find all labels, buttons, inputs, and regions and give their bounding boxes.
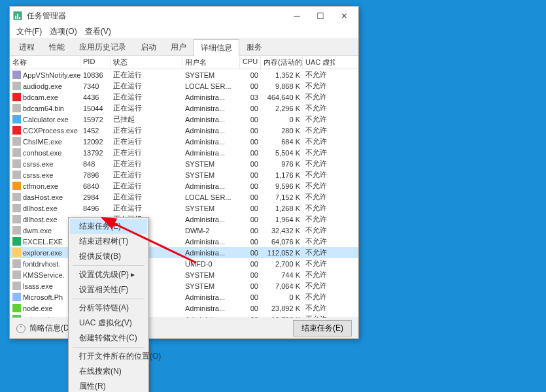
table-row[interactable]: bdcam64.bin15044正在运行Administra...002,296… <box>10 103 358 114</box>
tab[interactable]: 用户 <box>163 39 194 56</box>
table-row[interactable]: EXCEL.EXE8300正在运行Administra...0064,076 K… <box>10 236 358 247</box>
table-row[interactable]: notepad++.eAdministra...0010,728 K不允许 <box>10 314 358 318</box>
col-cpu[interactable]: CPU <box>240 56 261 69</box>
process-user: Administra... <box>182 93 240 101</box>
menu-item[interactable]: 查看(V) <box>81 25 115 39</box>
process-status: 正在运行 <box>111 92 182 102</box>
process-cpu: 03 <box>240 93 261 101</box>
table-row[interactable]: conhost.exe13792正在运行Administra...005,504… <box>10 147 358 158</box>
process-status: 正在运行 <box>111 203 182 213</box>
context-menu-item[interactable]: 属性(R) <box>70 379 147 392</box>
process-name: ctfmon.exe <box>23 182 58 190</box>
process-uac: 不允许 <box>303 214 335 224</box>
process-mem: 23,892 K <box>261 304 303 312</box>
table-row[interactable]: AppVShNotify.exe10836正在运行SYSTEM001,352 K… <box>10 69 358 80</box>
table-row[interactable]: explorer.exeAdministra...00112,052 K不允许 <box>10 247 358 258</box>
table-row[interactable]: CCXProcess.exe1452正在运行Administra...00280… <box>10 125 358 136</box>
process-icon <box>12 193 21 201</box>
table-row[interactable]: fontdrvhost.UMFD-0002,700 K不允许 <box>10 258 358 269</box>
table-row[interactable]: csrss.exe848正在运行SYSTEM00976 K不允许 <box>10 158 358 169</box>
process-uac: 不允许 <box>303 259 335 269</box>
table-row[interactable]: Microsoft.PhAdministra...000 K不允许 <box>10 291 358 302</box>
process-uac: 不允许 <box>303 125 335 135</box>
process-mem: 1,352 K <box>261 71 303 79</box>
table-row[interactable]: audiodg.exe7340正在运行LOCAL SER...009,868 K… <box>10 80 358 91</box>
context-menu-item[interactable]: 创建转储文件(C) <box>70 331 147 346</box>
table-row[interactable]: lsass.exeSYSTEM007,064 K不允许 <box>10 280 358 291</box>
process-status: 正在运行 <box>111 170 182 180</box>
process-status: 正在运行 <box>111 103 182 113</box>
maximize-button[interactable]: ☐ <box>309 8 332 24</box>
process-mem: 7,152 K <box>261 193 303 201</box>
table-row[interactable]: ChsIME.exe12092正在运行Administra...00684 K不… <box>10 136 358 147</box>
process-name: notepad++.e <box>23 316 63 318</box>
col-status[interactable]: 状态 <box>111 56 182 69</box>
process-mem: 10,728 K <box>261 316 303 318</box>
titlebar[interactable]: 任务管理器 ─ ☐ ✕ <box>10 7 358 25</box>
process-mem: 0 K <box>261 293 303 301</box>
tab[interactable]: 启动 <box>133 39 163 56</box>
menu-item[interactable]: 选项(O) <box>46 25 80 39</box>
context-menu-item[interactable]: 结束任务(E) <box>70 219 147 234</box>
context-menu-item[interactable]: 设置相关性(F) <box>70 282 147 297</box>
context-menu-item[interactable]: UAC 虚拟化(V) <box>70 316 147 331</box>
process-user: SYSTEM <box>182 204 240 212</box>
context-menu-item[interactable]: 打开文件所在的位置(O) <box>70 349 147 364</box>
window-title: 任务管理器 <box>27 10 285 22</box>
process-status: 正在运行 <box>111 81 182 91</box>
fewer-details-toggle[interactable]: ˄ 简略信息(D) <box>16 323 72 334</box>
context-menu[interactable]: 结束任务(E)结束进程树(T)提供反馈(B)设置优先级(P) ▸设置相关性(F)… <box>68 217 149 392</box>
col-name[interactable]: 名称 <box>10 56 80 69</box>
process-uac: 不允许 <box>303 203 335 213</box>
process-name: conhost.exe <box>23 149 61 157</box>
tab[interactable]: 进程 <box>12 39 42 56</box>
menu-item[interactable]: 文件(F) <box>12 25 46 39</box>
tab[interactable]: 应用历史记录 <box>72 39 133 56</box>
context-menu-item[interactable]: 提供反馈(B) <box>70 249 147 264</box>
context-menu-item[interactable]: 分析等待链(A) <box>70 301 147 316</box>
process-mem: 112,052 K <box>261 249 303 257</box>
process-cpu: 00 <box>240 71 261 79</box>
menu-separator <box>73 299 145 299</box>
col-user[interactable]: 用户名 <box>182 56 240 69</box>
end-task-button[interactable]: 结束任务(E) <box>293 320 352 336</box>
table-row[interactable]: dllhost.exe8496正在运行SYSTEM001,268 K不允许 <box>10 203 358 214</box>
minimize-button[interactable]: ─ <box>285 8 309 24</box>
context-menu-item[interactable]: 在线搜索(N) <box>70 364 147 379</box>
table-row[interactable]: ctfmon.exe6840正在运行Administra...009,596 K… <box>10 180 358 191</box>
table-row[interactable]: dllhost.exe10548正在运行Administra...001,964… <box>10 214 358 225</box>
process-user: Administra... <box>182 293 240 301</box>
process-pid: 2984 <box>80 193 111 201</box>
process-cpu: 00 <box>240 82 261 90</box>
process-pid: 10836 <box>80 71 111 79</box>
table-row[interactable]: Calculator.exe15972已挂起Administra...000 K… <box>10 114 358 125</box>
process-uac: 不允许 <box>303 103 335 113</box>
tab[interactable]: 服务 <box>239 39 269 56</box>
table-row[interactable]: dasHost.exe2984正在运行LOCAL SER...007,152 K… <box>10 191 358 203</box>
col-pid[interactable]: PID <box>80 56 111 69</box>
table-row[interactable]: dwm.exe11236正在运行DWM-20032,432 K不允许 <box>10 225 358 236</box>
column-headers[interactable]: 名称 PID 状态 用户名 CPU 内存(活动的) UAC 虚拟化 <box>10 56 358 69</box>
process-mem: 2,700 K <box>261 260 303 268</box>
process-status: 正在运行 <box>111 181 182 191</box>
process-uac: 不允许 <box>303 81 335 91</box>
process-list[interactable]: AppVShNotify.exe10836正在运行SYSTEM001,352 K… <box>10 69 358 318</box>
svg-rect-3 <box>19 17 20 19</box>
table-row[interactable]: node.exeAdministra...0023,892 K不允许 <box>10 302 358 314</box>
menu-separator <box>73 265 145 266</box>
tab[interactable]: 详细信息 <box>194 39 239 56</box>
process-icon <box>12 93 21 101</box>
context-menu-item[interactable]: 设置优先级(P) ▸ <box>70 267 147 282</box>
tab[interactable]: 性能 <box>42 39 72 56</box>
table-row[interactable]: KMSService.SYSTEM00744 K不允许 <box>10 269 358 280</box>
process-pid: 15044 <box>80 105 111 112</box>
table-row[interactable]: csrss.exe7896正在运行SYSTEM001,176 K不允许 <box>10 169 358 180</box>
process-cpu: 00 <box>240 105 261 112</box>
process-mem: 1,176 K <box>261 171 303 179</box>
process-mem: 32,432 K <box>261 227 303 235</box>
context-menu-item[interactable]: 结束进程树(T) <box>70 234 147 249</box>
table-row[interactable]: bdcam.exe4436正在运行Administra...03464,640 … <box>10 91 358 103</box>
col-uac[interactable]: UAC 虚拟化 <box>303 56 335 69</box>
col-mem[interactable]: 内存(活动的) <box>261 56 303 69</box>
close-button[interactable]: ✕ <box>332 8 356 24</box>
